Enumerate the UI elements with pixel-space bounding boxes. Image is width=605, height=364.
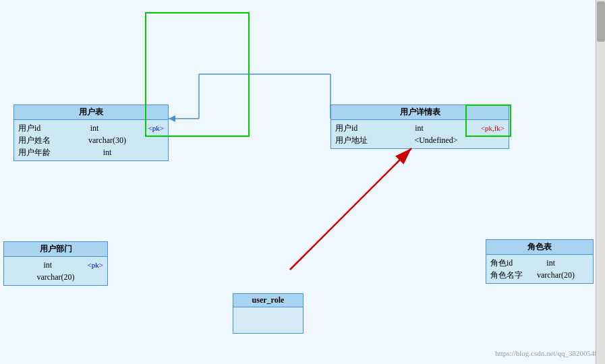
table-row: 用户地址 <Undefined>	[335, 134, 505, 146]
user-table: 用户表 用户id int <pk> 用户姓名 varchar(30) 用户年龄 …	[13, 104, 169, 161]
user-role-table: user_role	[233, 293, 304, 334]
table-row: 用户id int <pk>	[18, 122, 164, 134]
user-detail-table-body: 用户id int <pk,fk> 用户地址 <Undefined>	[331, 120, 509, 148]
user-detail-table: 用户详情表 用户id int <pk,fk> 用户地址 <Undefined>	[330, 104, 509, 149]
role-table-body: 角色id int 角色名字 varchar(20)	[486, 255, 593, 283]
table-row: int <pk>	[8, 259, 103, 271]
table-row: 角色id int	[490, 257, 589, 269]
scrollbar[interactable]	[596, 0, 605, 364]
svg-line-6	[290, 148, 411, 270]
user-dept-table-body: int <pk> varchar(20)	[4, 257, 107, 285]
scrollbar-thumb[interactable]	[597, 1, 605, 42]
table-row: 用户年龄 int	[18, 146, 164, 158]
role-table: 角色表 角色id int 角色名字 varchar(20)	[486, 239, 594, 284]
user-table-body: 用户id int <pk> 用户姓名 varchar(30) 用户年龄 int	[14, 120, 168, 160]
user-role-table-header: user_role	[233, 294, 303, 307]
user-table-header: 用户表	[14, 105, 168, 120]
user-role-table-body	[233, 307, 303, 333]
user-dept-table-header: 用户部门	[4, 242, 107, 257]
table-row: 角色名字 varchar(20)	[490, 269, 589, 281]
canvas: 用户表 用户id int <pk> 用户姓名 varchar(30) 用户年龄 …	[0, 0, 605, 364]
table-row: 用户姓名 varchar(30)	[18, 134, 164, 146]
table-row: 用户id int <pk,fk>	[335, 122, 505, 134]
user-detail-table-header: 用户详情表	[331, 105, 509, 120]
svg-marker-4	[169, 115, 175, 122]
user-dept-table: 用户部门 int <pk> varchar(20)	[3, 241, 108, 286]
watermark: https://blog.csdn.net/qq_38200548	[495, 349, 598, 357]
table-row: varchar(20)	[8, 271, 103, 283]
role-table-header: 角色表	[486, 240, 593, 255]
